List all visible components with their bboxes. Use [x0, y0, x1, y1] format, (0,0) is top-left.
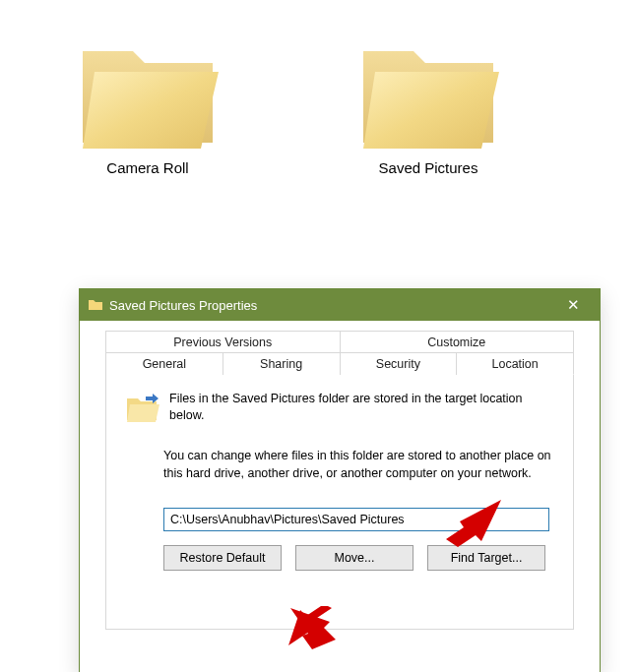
info-text: Files in the Saved Pictures folder are s…: [169, 391, 555, 424]
dialog-title: Saved Pictures Properties: [109, 298, 550, 313]
close-icon: ✕: [567, 296, 580, 314]
properties-dialog: Saved Pictures Properties ✕ Previous Ver…: [79, 288, 601, 672]
find-target-button[interactable]: Find Target...: [427, 545, 545, 571]
tab-customize[interactable]: Customize: [341, 331, 575, 353]
titlebar[interactable]: Saved Pictures Properties ✕: [80, 289, 600, 321]
tab-previous-versions[interactable]: Previous Versions: [105, 331, 341, 353]
folder-icon: [74, 33, 222, 152]
close-button[interactable]: ✕: [550, 289, 596, 321]
desktop-folder-label: Camera Roll: [59, 159, 236, 176]
tab-general[interactable]: General: [105, 352, 223, 375]
folder-icon: [354, 33, 502, 152]
desktop-folder-saved-pictures[interactable]: Saved Pictures: [340, 33, 517, 176]
location-path-input[interactable]: [163, 508, 549, 531]
folder-icon: [88, 297, 103, 313]
tab-panel-location: Files in the Saved Pictures folder are s…: [105, 374, 574, 630]
tab-location[interactable]: Location: [457, 352, 574, 375]
folder-move-icon: [124, 391, 159, 426]
desktop-folder-camera-roll[interactable]: Camera Roll: [59, 33, 236, 176]
tab-security[interactable]: Security: [341, 352, 458, 375]
location-description: You can change where files in this folde…: [163, 448, 555, 482]
desktop-folder-label: Saved Pictures: [340, 159, 517, 176]
tab-sharing[interactable]: Sharing: [223, 352, 341, 375]
restore-default-button[interactable]: Restore Default: [163, 545, 282, 571]
move-button[interactable]: Move...: [295, 545, 413, 571]
